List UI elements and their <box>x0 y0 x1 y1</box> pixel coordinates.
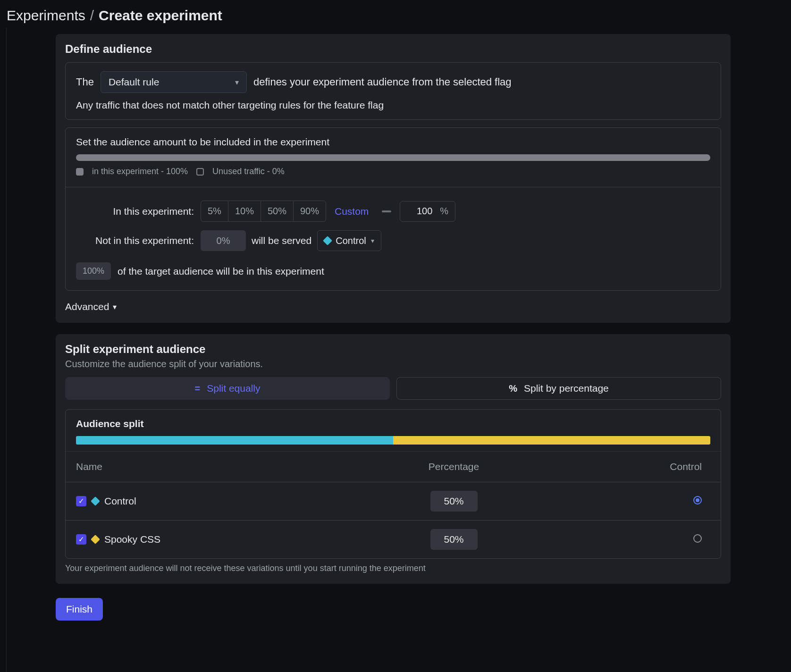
legend-in-swatch <box>76 168 84 176</box>
split-audience-card: Split experiment audience Customize the … <box>56 334 731 584</box>
rule-description: Any traffic that does not match other ta… <box>76 100 710 111</box>
row-checkbox[interactable]: ✓ <box>76 534 86 545</box>
custom-percentage-input-wrapper: % <box>400 201 455 222</box>
variation-name: Control <box>104 496 136 507</box>
preset-5[interactable]: 5% <box>201 201 228 221</box>
rule-select-value: Default rule <box>109 76 159 88</box>
served-variation-select[interactable]: Control ▾ <box>317 230 381 251</box>
control-radio[interactable] <box>693 534 702 543</box>
split-bar-segment-variant <box>393 436 710 445</box>
split-equally-label: Split equally <box>207 383 260 394</box>
summary-text: of the target audience will be in this e… <box>118 266 324 277</box>
breadcrumb-root[interactable]: Experiments <box>7 8 85 24</box>
in-experiment-label: In this experiment: <box>76 206 194 217</box>
defines-text: defines your experiment audience from th… <box>253 76 512 88</box>
control-radio[interactable] <box>693 496 702 504</box>
finish-button[interactable]: Finish <box>56 598 103 621</box>
audience-amount-box: Set the audience amount to be included i… <box>65 127 721 291</box>
define-audience-title: Define audience <box>65 42 721 56</box>
split-by-percentage-toggle[interactable]: % Split by percentage <box>396 377 721 400</box>
audience-split-bar <box>76 436 710 445</box>
set-amount-title: Set the audience amount to be included i… <box>76 136 710 148</box>
preset-90[interactable]: 90% <box>294 201 326 221</box>
breadcrumb-current: Create experiment <box>99 8 222 24</box>
row-checkbox[interactable]: ✓ <box>76 496 86 506</box>
summary-percentage: 100% <box>76 262 111 280</box>
preset-10[interactable]: 10% <box>228 201 261 221</box>
audience-split-heading: Audience split <box>66 410 721 436</box>
split-subtitle: Customize the audience split of your var… <box>65 359 721 370</box>
custom-percentage-link[interactable]: Custom <box>335 206 369 217</box>
breadcrumb: Experiments / Create experiment <box>0 0 791 34</box>
breadcrumb-separator: / <box>90 8 94 24</box>
diamond-icon <box>323 236 332 245</box>
custom-slider-icon <box>382 210 391 212</box>
table-row: ✓ Control 50% <box>66 482 721 521</box>
diamond-icon <box>91 496 100 506</box>
audience-rule-box: The Default rule ▾ defines your experime… <box>65 62 721 120</box>
split-table: Name Percentage Control ✓ Control <box>66 451 721 558</box>
legend-unused-label: Unused traffic - 0% <box>212 167 285 176</box>
custom-percentage-input[interactable] <box>400 206 437 217</box>
percent-icon: % <box>509 383 517 394</box>
equals-icon: = <box>195 383 201 394</box>
audience-split-box: Audience split Name Percentage Control <box>65 409 721 559</box>
col-control: Control <box>552 452 721 482</box>
variation-name: Spooky CSS <box>104 534 160 545</box>
advanced-label: Advanced <box>65 301 109 312</box>
col-percentage: Percentage <box>355 452 552 482</box>
rule-select[interactable]: Default rule ▾ <box>101 71 247 93</box>
diamond-icon <box>91 535 100 544</box>
not-in-experiment-label: Not in this experiment: <box>76 235 194 246</box>
percent-unit: % <box>437 206 455 217</box>
legend-unused-swatch <box>196 168 204 176</box>
legend-in-label: in this experiment - 100% <box>92 167 188 176</box>
chevron-down-icon: ▾ <box>113 302 117 311</box>
variation-percentage: 50% <box>430 491 478 512</box>
the-label: The <box>76 76 94 88</box>
not-in-percentage: 0% <box>201 230 246 251</box>
split-bar-segment-control <box>76 436 393 445</box>
split-title: Split experiment audience <box>65 343 721 356</box>
preset-50[interactable]: 50% <box>261 201 294 221</box>
served-variation-value: Control <box>336 235 366 246</box>
traffic-slider[interactable] <box>76 154 710 161</box>
table-row: ✓ Spooky CSS 50% <box>66 521 721 559</box>
chevron-down-icon: ▾ <box>371 237 374 244</box>
chevron-down-icon: ▾ <box>235 78 239 87</box>
left-rail <box>0 27 7 672</box>
advanced-toggle[interactable]: Advanced ▾ <box>65 301 117 312</box>
will-be-served-text: will be served <box>252 235 311 246</box>
split-footnote: Your experiment audience will not receiv… <box>65 563 721 573</box>
define-audience-card: Define audience The Default rule ▾ defin… <box>56 34 731 323</box>
split-by-percentage-label: Split by percentage <box>524 383 609 394</box>
split-equally-toggle[interactable]: = Split equally <box>65 377 390 400</box>
variation-percentage: 50% <box>430 529 478 550</box>
preset-percentage-group: 5% 10% 50% 90% <box>201 201 326 222</box>
col-name: Name <box>66 452 355 482</box>
